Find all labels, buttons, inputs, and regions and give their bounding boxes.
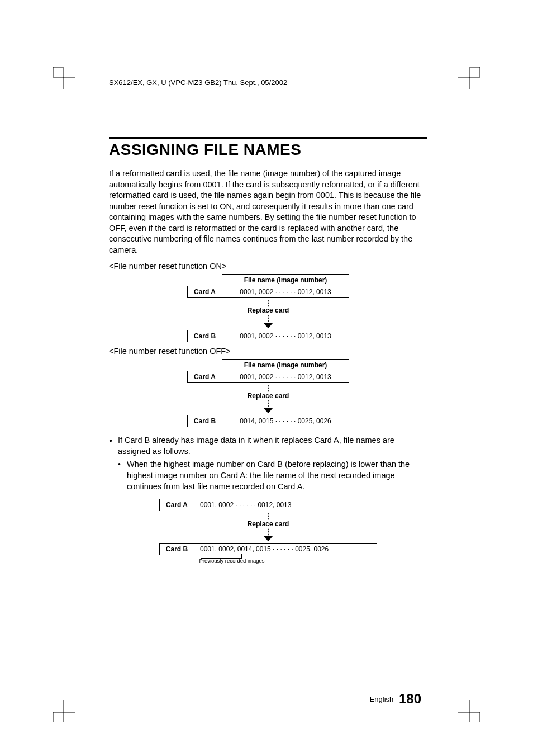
replace-label: Replace card [187,393,349,400]
card-b-seq-off: 0014, 0015 · · · · · · 0025, 0026 [222,415,349,427]
bullet-item-2: When the highest image number on Card B … [109,459,427,492]
svg-rect-3 [470,67,480,77]
arrow-down-icon [187,323,349,328]
section-label-off: <File number reset function OFF> [109,347,427,356]
footer-page-number: 180 [399,691,421,706]
table-wide-a: Card A0001, 0002 · · · · · · 0012, 0013 [159,499,377,511]
registration-mark-tr [452,67,480,95]
svg-rect-0 [53,67,63,77]
dots-icon: ⋮ [159,513,377,521]
card-b-label: Card B [160,544,194,555]
replace-label: Replace card [187,307,349,315]
diagram-reset-off: File name (image number) Card A0001, 000… [187,359,349,427]
replace-block-off: ⋮ Replace card ⋮ [187,383,349,415]
card-b-label: Card B [188,415,222,427]
card-a-seq: 0001, 0002 · · · · · · 0012, 0013 [194,499,377,511]
svg-marker-14 [263,536,273,541]
table-off-b: Card B0014, 0015 · · · · · · 0025, 0026 [187,415,349,427]
card-a-seq: 0001, 0002 · · · · · · 0012, 0013 [222,371,349,382]
col-header: File name (image number) [222,359,349,371]
registration-mark-bl [53,694,81,722]
diagram-prev-recorded: Card A0001, 0002 · · · · · · 0012, 0013 … [159,499,377,564]
intro-paragraph: If a reformatted card is used, the file … [109,168,427,256]
card-b-seq: 0001, 0002 · · · · · · 0012, 0013 [222,330,349,342]
table-on-b: Card B0001, 0002 · · · · · · 0012, 0013 [187,330,349,342]
prev-recorded-caption: Previously recorded images [159,557,377,564]
arrow-down-icon [159,536,377,541]
title-rule-top [109,137,427,139]
title-rule-bottom [109,160,427,160]
section-label-on: <File number reset function ON> [109,262,427,271]
doc-header: SX612/EX, GX, U (VPC-MZ3 GB2) Thu. Sept.… [109,78,427,87]
diagram-reset-on: File name (image number) Card A0001, 000… [187,274,349,342]
replace-label: Replace card [159,521,377,528]
registration-mark-br [452,694,480,722]
arrow-down-icon [187,408,349,413]
dots-icon: ⋮ [159,528,377,536]
card-b-seq-wide: 0001, 0002, 0014, 0015 · · · · · · 0025,… [194,544,377,555]
svg-rect-6 [53,712,63,722]
bracket-icon [201,554,242,559]
replace-block-on: ⋮ Replace card ⋮ [187,298,349,330]
dots-icon: ⋮ [187,385,349,393]
page-title: ASSIGNING FILE NAMES [109,141,427,159]
table-on-a: File name (image number) Card A0001, 000… [187,274,349,298]
dots-icon: ⋮ [187,400,349,408]
card-b-label: Card B [188,330,222,342]
bullet-item-1: If Card B already has image data in it w… [109,435,427,457]
table-off-a: File name (image number) Card A0001, 000… [187,359,349,383]
svg-marker-13 [263,408,273,413]
card-a-seq: 0001, 0002 · · · · · · 0012, 0013 [222,286,349,297]
page-footer: English 180 [370,691,421,707]
replace-block-wide: ⋮ Replace card ⋮ [159,511,377,543]
col-header: File name (image number) [222,274,349,286]
dots-icon: ⋮ [187,300,349,308]
card-a-label: Card A [160,499,194,511]
footer-language: English [370,695,394,703]
registration-mark-tl [53,67,81,95]
svg-marker-12 [263,323,273,328]
dots-icon: ⋮ [187,315,349,323]
svg-rect-9 [470,712,480,722]
table-wide-b: Card B0001, 0002, 0014, 0015 · · · · · ·… [159,543,377,555]
card-a-label: Card A [188,371,222,382]
card-a-label: Card A [188,286,222,297]
